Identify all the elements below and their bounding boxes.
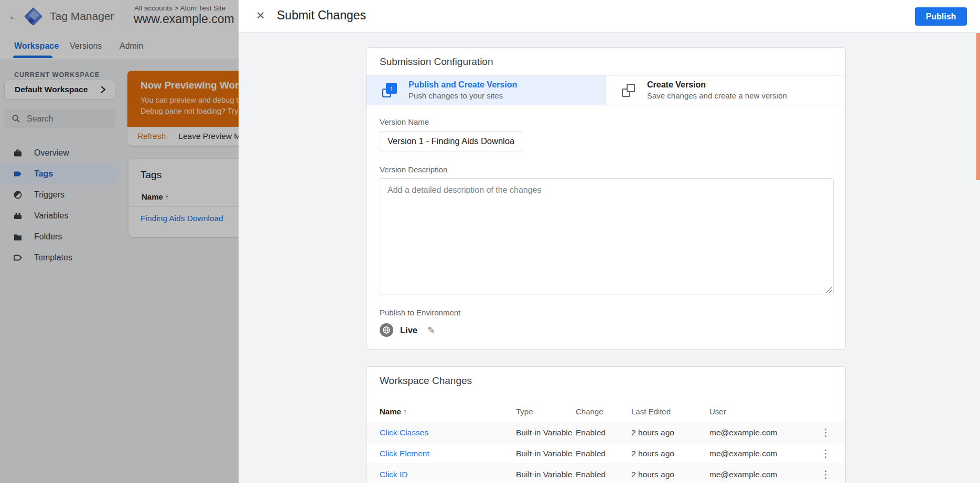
kebab-menu-icon[interactable]: ⋮ bbox=[820, 471, 832, 478]
version-name-label: Version Name bbox=[380, 117, 429, 126]
submission-options: ↑ Publish and Create Version Push change… bbox=[367, 75, 845, 105]
scrollbar-thumb[interactable] bbox=[976, 33, 980, 180]
column-header-last-edited: Last Edited bbox=[631, 407, 709, 416]
table-row: Click Classes Built-in Variable Enabled … bbox=[367, 422, 845, 443]
column-header-name[interactable]: Name↑ bbox=[380, 407, 516, 416]
dialog-title: Submit Changes bbox=[277, 8, 366, 23]
dialog-header: ✕ Submit Changes Publish bbox=[239, 0, 980, 33]
option-create-version[interactable]: Create Version Save changes and create a… bbox=[606, 75, 845, 105]
environment-value: Live bbox=[400, 325, 417, 335]
option-publish-and-create-version[interactable]: ↑ Publish and Create Version Push change… bbox=[367, 75, 606, 105]
publish-to-environment-label: Publish to Environment bbox=[380, 308, 832, 317]
workspace-changes-title: Workspace Changes bbox=[367, 367, 845, 394]
changes-table-header: Name↑ Type Change Last Edited User bbox=[367, 401, 845, 422]
change-link[interactable]: Click ID bbox=[380, 470, 516, 479]
version-description-label: Version Description bbox=[380, 165, 832, 174]
table-row: Click Element Built-in Variable Enabled … bbox=[367, 443, 845, 464]
publish-button[interactable]: Publish bbox=[915, 7, 967, 26]
version-description-textarea[interactable] bbox=[380, 178, 834, 294]
change-link[interactable]: Click Element bbox=[380, 449, 516, 458]
publish-icon: ↑ bbox=[382, 83, 397, 97]
close-icon[interactable]: ✕ bbox=[256, 9, 265, 22]
change-link[interactable]: Click Classes bbox=[380, 428, 516, 437]
kebab-menu-icon[interactable]: ⋮ bbox=[820, 429, 832, 436]
dialog-body: Submission Configuration ↑ Publish and C… bbox=[239, 33, 980, 483]
submission-configuration-title: Submission Configuration bbox=[367, 48, 845, 75]
globe-icon bbox=[380, 323, 393, 337]
submit-changes-dialog: ✕ Submit Changes Publish Submission Conf… bbox=[239, 0, 980, 483]
column-header-change: Change bbox=[576, 407, 631, 416]
submission-configuration-card: Submission Configuration ↑ Publish and C… bbox=[366, 47, 846, 350]
column-header-user: User bbox=[709, 407, 820, 416]
version-name-input[interactable] bbox=[380, 131, 522, 151]
workspace-changes-card: Workspace Changes Name↑ Type Change Last… bbox=[366, 366, 846, 483]
column-header-type: Type bbox=[516, 407, 576, 416]
environment-row: Live ✎ bbox=[380, 323, 832, 337]
create-version-icon bbox=[622, 83, 636, 97]
edit-environment-icon[interactable]: ✎ bbox=[427, 325, 435, 336]
submission-form: Version Name Version Description Publish… bbox=[367, 105, 845, 349]
table-row: Click ID Built-in Variable Enabled 2 hou… bbox=[367, 464, 845, 483]
sort-asc-icon: ↑ bbox=[403, 407, 407, 416]
kebab-menu-icon[interactable]: ⋮ bbox=[820, 450, 832, 457]
